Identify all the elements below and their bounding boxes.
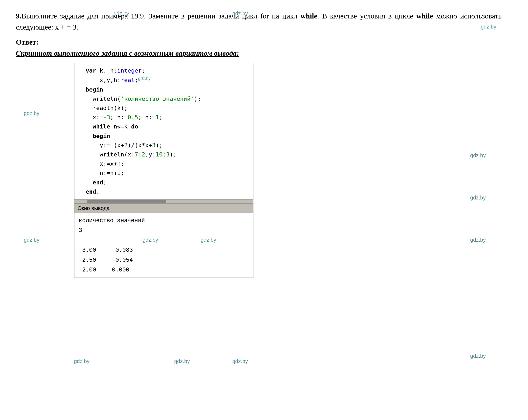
code-line-5: readln(k); xyxy=(79,103,249,113)
code-line-10: writeln(x:7:2,y:10:3); xyxy=(79,150,249,159)
watermark-code-4: gdz.by xyxy=(143,237,158,243)
code-line-9: y:= (x+2)/(x*x+3); xyxy=(79,141,249,150)
code-panel: var k, n:integer; x,y,h:real;gdz.by begi… xyxy=(74,63,253,278)
code-line-11: x:=x+h; xyxy=(79,159,249,168)
watermark-right-1: gdz.by xyxy=(470,152,486,159)
code-line-3: begin xyxy=(79,85,249,94)
watermark-right-2: gdz.by xyxy=(470,195,486,201)
output-row-3: -2.00 0.000 xyxy=(79,265,249,275)
watermark-right-3: gdz.by xyxy=(470,237,486,243)
watermark-2: gdz.by xyxy=(232,11,248,17)
output-row-2: -2.50 -0.054 xyxy=(79,255,249,265)
screenshot-label: Скриншот выполненного задания с возможны… xyxy=(16,49,512,58)
code-line-2: x,y,h:real;gdz.by xyxy=(79,75,249,85)
watermark-bot-3: gdz.by xyxy=(232,358,248,364)
output-panel: Окно вывода количество значений 3 -3.00 … xyxy=(74,203,253,278)
output-content: количество значений 3 -3.00 -0.083 -2.50… xyxy=(74,213,253,278)
code-line-12: n:=n+1;| xyxy=(79,168,249,178)
watermark-bot-1: gdz.by xyxy=(74,358,89,364)
watermark-left-1: gdz.by xyxy=(24,110,39,116)
watermark-bot-2: gdz.by xyxy=(174,358,190,364)
code-line-14: end. xyxy=(79,187,249,196)
scrollbar[interactable] xyxy=(74,199,253,203)
watermark-left-3: gdz.by xyxy=(24,237,39,243)
output-line-1: количество значений xyxy=(79,216,249,226)
output-line-2: 3 xyxy=(79,226,249,235)
code-line-8: begin xyxy=(79,131,249,141)
task-container: gdz.by gdz.by gdz.by 9.Выполните задание… xyxy=(16,11,512,58)
code-line-6: x:=-3; h:=0.5; n:=1; xyxy=(79,113,249,122)
watermark-1: gdz.by xyxy=(114,11,129,17)
code-line-7: while n<=k do xyxy=(79,122,249,131)
code-line-13: end; xyxy=(79,178,249,187)
watermark-right-4: gdz.by xyxy=(470,353,486,359)
output-row-1: -3.00 -0.083 xyxy=(79,245,249,255)
code-line-4: writeln('количество значений'); xyxy=(79,94,249,103)
output-line-3 xyxy=(79,236,249,245)
output-title: Окно вывода xyxy=(74,204,253,213)
answer-label: Ответ: xyxy=(16,38,512,46)
watermark-code-5: gdz.by xyxy=(201,237,216,243)
watermark-3: gdz.by xyxy=(481,24,496,30)
task-text: 9.Выполните задание для примера 19.9. За… xyxy=(16,11,512,33)
code-line-1: var k, n:integer; xyxy=(79,66,249,75)
